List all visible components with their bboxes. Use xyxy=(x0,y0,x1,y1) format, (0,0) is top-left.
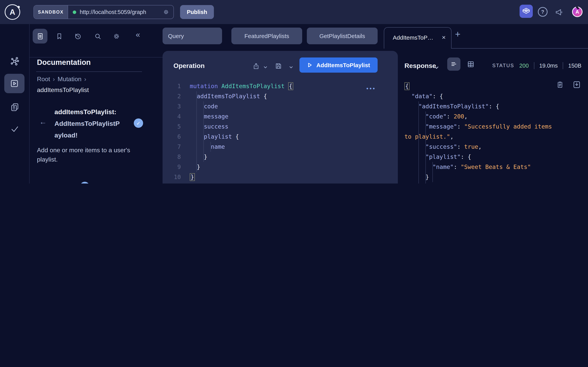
indent-guide xyxy=(432,162,433,182)
response-line: } xyxy=(405,172,583,182)
fields-heading: Fields xyxy=(37,183,56,184)
indent-guide xyxy=(425,111,426,184)
save-chevron-down-icon[interactable] xyxy=(289,65,293,69)
breadcrumb-mutation[interactable]: Mutation xyxy=(58,76,81,83)
megaphone-icon xyxy=(554,7,564,17)
back-arrow-icon[interactable]: ← xyxy=(39,118,47,126)
apollo-logo-icon[interactable]: A xyxy=(5,4,20,20)
explorer-nav-button[interactable] xyxy=(4,74,25,93)
editor-menu-icon[interactable]: ••• xyxy=(366,85,376,92)
graphql-editor[interactable]: 1mutation AddItemsToPlaylist { 2 addItem… xyxy=(163,81,398,182)
line-number: 4 xyxy=(163,111,181,122)
line-number: 5 xyxy=(163,122,181,132)
connection-status-dot xyxy=(73,10,76,14)
avatar-letter: A xyxy=(576,9,579,15)
left-nav-sidebar: » xyxy=(0,24,30,184)
latency-value: 19.0ms xyxy=(539,63,558,69)
code-line[interactable]: 8 } xyxy=(163,152,398,162)
active-tab-label: AddItemsToP… xyxy=(393,28,433,48)
publish-button[interactable]: Publish xyxy=(180,5,214,19)
docs-toolbar-divider xyxy=(30,57,163,58)
play-icon xyxy=(307,62,313,68)
raw-view-toggle[interactable] xyxy=(447,58,460,71)
endpoint-control[interactable]: SANDBOX http://localhost:5059/graph xyxy=(34,5,174,19)
status-code: 200 xyxy=(519,63,529,69)
docs-tab-button[interactable] xyxy=(33,29,47,43)
response-json: { "data": { "addItemsToPlaylist": { "cod… xyxy=(405,81,583,184)
line-number: 3 xyxy=(163,101,181,111)
code-line[interactable]: 6 playlist { xyxy=(163,132,398,142)
share-chevron-down-icon[interactable] xyxy=(263,65,268,69)
settings-gear-icon[interactable] xyxy=(112,32,121,40)
tab-query[interactable]: Query xyxy=(163,28,222,44)
sandbox-mode-button[interactable] xyxy=(519,5,533,18)
docs-title: Documentation xyxy=(37,58,91,67)
response-line: "data": { xyxy=(405,91,583,101)
response-heading[interactable]: Response xyxy=(405,62,436,70)
tab-getplaylistdetails[interactable]: GetPlaylistDetails xyxy=(307,28,378,44)
indent-guide xyxy=(418,101,419,184)
breadcrumb-root[interactable]: Root xyxy=(37,76,50,83)
line-number: 2 xyxy=(163,91,181,101)
endpoint-url-field[interactable]: http://localhost:5059/graph xyxy=(68,5,173,19)
response-line: "addItemsToPlaylist": { xyxy=(405,101,583,111)
indent-guide xyxy=(210,142,211,152)
status-divider xyxy=(534,62,534,69)
response-line: to playlist.", xyxy=(405,132,583,142)
signature-type-line2[interactable]: ayload! xyxy=(54,130,134,141)
field-signature: addItemsToPlaylist: AddItemsToPlaylistP … xyxy=(54,106,134,141)
chevron-right-icon: › xyxy=(84,76,86,83)
save-icon[interactable] xyxy=(275,62,282,70)
collapse-panel-icon[interactable]: « xyxy=(136,30,140,39)
line-number: 8 xyxy=(163,152,181,162)
announcements-button[interactable] xyxy=(554,7,564,17)
breadcrumb: Root › Mutation › xyxy=(37,76,86,83)
response-size: 150B xyxy=(568,63,581,69)
run-operation-button[interactable]: AddItemsToPlaylist xyxy=(299,58,378,73)
user-avatar[interactable]: A xyxy=(572,7,583,17)
search-icon[interactable] xyxy=(94,32,102,40)
bookmark-icon[interactable] xyxy=(55,32,63,40)
code-line[interactable]: 1mutation AddItemsToPlaylist { xyxy=(163,81,398,91)
docs-title-rule xyxy=(36,71,142,72)
response-line: { xyxy=(405,81,583,91)
code-line[interactable]: 10} xyxy=(163,172,398,182)
code-line[interactable]: 5 success xyxy=(163,122,398,132)
signature-name: addItemsToPlaylist: xyxy=(54,106,134,118)
app-window: A SANDBOX http://localhost:5059/graph Pu… xyxy=(0,0,588,184)
response-chevron-down-icon[interactable] xyxy=(434,65,439,70)
explorer-play-icon xyxy=(10,79,19,88)
close-tab-icon[interactable]: × xyxy=(442,28,446,48)
endpoint-url[interactable]: http://localhost:5059/graph xyxy=(80,9,159,15)
sort-down-icon[interactable]: ↓ xyxy=(64,183,68,184)
changes-diff-icon[interactable] xyxy=(10,102,19,112)
sandbox-badge: SANDBOX xyxy=(34,5,68,19)
checks-icon[interactable] xyxy=(10,124,19,133)
code-line[interactable]: 7 name xyxy=(163,142,398,152)
new-tab-button[interactable]: + xyxy=(455,29,460,40)
run-button-label: AddItemsToPlaylist xyxy=(316,62,370,68)
help-button[interactable]: ? xyxy=(538,7,548,17)
endpoint-settings-icon[interactable] xyxy=(163,8,170,16)
table-view-toggle[interactable] xyxy=(467,60,475,68)
share-icon[interactable] xyxy=(252,63,260,70)
field-description: Add one or more items to a user's playli… xyxy=(37,146,142,164)
indent-guide xyxy=(203,101,204,162)
signature-selected-toggle[interactable]: ✓ xyxy=(134,118,143,128)
tab-featuredplaylists[interactable]: FeaturedPlaylists xyxy=(231,28,302,44)
line-number: 10 xyxy=(163,172,181,182)
code-line[interactable]: 4 message xyxy=(163,111,398,122)
code-line[interactable]: 3 code xyxy=(163,101,398,111)
tabbar-baseline xyxy=(451,48,588,49)
line-number: 1 xyxy=(163,81,181,91)
select-all-fields-toggle[interactable]: ✓ xyxy=(80,182,89,184)
tab-additemstoplaylist-active[interactable]: AddItemsToP… × xyxy=(384,27,451,49)
code-line[interactable]: 2 addItemsToPlaylist { xyxy=(163,91,398,101)
code-line[interactable]: 9 } xyxy=(163,162,398,172)
history-icon[interactable] xyxy=(74,32,82,40)
check-icon: ✓ xyxy=(136,120,141,126)
operation-panel: Operation AddItemsToPlaylist 1mutation A… xyxy=(163,51,398,184)
signature-type-line1[interactable]: AddItemsToPlaylistP xyxy=(54,118,134,130)
status-label: STATUS xyxy=(492,63,514,68)
schema-graph-icon[interactable] xyxy=(10,56,20,67)
